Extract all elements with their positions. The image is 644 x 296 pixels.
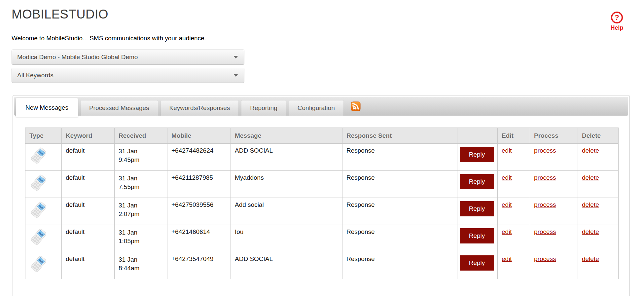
mobile-cell: +64211287985 <box>167 171 231 198</box>
process-cell: process <box>530 225 578 252</box>
table-header-row: Type Keyword Received Mobile Message Res… <box>25 128 619 144</box>
received-cell: 31 Jan 8:44am <box>115 252 167 279</box>
tab-keywords-responses[interactable]: Keywords/Responses <box>161 100 239 116</box>
delete-cell: delete <box>578 198 619 225</box>
reply-button[interactable]: Reply <box>460 201 494 216</box>
reply-button[interactable]: Reply <box>460 228 494 243</box>
edit-link[interactable]: edit <box>502 147 512 154</box>
response-sent-cell: Response <box>342 225 457 252</box>
edit-link[interactable]: edit <box>502 174 512 181</box>
process-link[interactable]: process <box>534 174 556 181</box>
response-sent-cell: Response <box>342 171 457 198</box>
response-sent-cell: Response <box>342 252 457 279</box>
table-row: SMS default 31 Jan 8:44am +64273547049 A… <box>25 252 619 279</box>
delete-link[interactable]: delete <box>582 255 599 262</box>
edit-link[interactable]: edit <box>502 201 512 208</box>
received-date: 31 Jan <box>119 201 163 210</box>
sms-phone-icon: SMS <box>28 200 49 220</box>
edit-link[interactable]: edit <box>502 255 512 262</box>
messages-panel: New Messages Processed Messages Keywords… <box>13 95 630 296</box>
delete-cell: delete <box>578 225 619 252</box>
keyword-cell: default <box>62 225 115 252</box>
tab-reporting[interactable]: Reporting <box>241 100 286 116</box>
delete-link[interactable]: delete <box>582 174 599 181</box>
message-cell: ADD SOCIAL <box>231 144 342 171</box>
delete-link[interactable]: delete <box>582 201 599 208</box>
message-cell: Myaddons <box>231 171 342 198</box>
received-cell: 31 Jan 1:05pm <box>115 225 167 252</box>
edit-cell: edit <box>498 171 530 198</box>
mobile-cell: +6421460614 <box>167 225 231 252</box>
received-date: 31 Jan <box>119 147 163 156</box>
keyword-dropdown[interactable]: All Keywords <box>12 68 244 83</box>
header-edit: Edit <box>498 128 530 144</box>
mobile-cell: +64274482624 <box>167 144 231 171</box>
sms-phone-icon: SMS <box>28 146 49 166</box>
keyword-cell: default <box>62 171 115 198</box>
edit-cell: edit <box>498 198 530 225</box>
reply-cell: Reply <box>457 171 498 198</box>
delete-cell: delete <box>578 171 619 198</box>
process-link[interactable]: process <box>534 228 556 235</box>
received-date: 31 Jan <box>119 228 163 237</box>
help-button[interactable]: ? Help <box>608 12 626 31</box>
response-sent-cell: Response <box>342 198 457 225</box>
header-response-sent: Response Sent <box>342 128 457 144</box>
edit-link[interactable]: edit <box>502 228 512 235</box>
welcome-text: Welcome to MobileStudio... SMS communica… <box>12 35 206 42</box>
tab-new-messages[interactable]: New Messages <box>16 98 78 117</box>
response-sent-cell: Response <box>342 144 457 171</box>
reply-cell: Reply <box>457 252 498 279</box>
process-cell: process <box>530 252 578 279</box>
type-cell: SMS <box>25 171 62 198</box>
message-cell: Iou <box>231 225 342 252</box>
reply-cell: Reply <box>457 198 498 225</box>
header-received: Received <box>115 128 167 144</box>
type-cell: SMS <box>25 144 62 171</box>
reply-button[interactable]: Reply <box>460 255 494 271</box>
header-delete: Delete <box>578 128 619 144</box>
received-date: 31 Jan <box>119 174 163 183</box>
chevron-down-icon <box>233 74 238 77</box>
delete-link[interactable]: delete <box>582 147 599 154</box>
keyword-dropdown-value: All Keywords <box>17 72 54 79</box>
sms-phone-icon: SMS <box>28 254 49 275</box>
table-row: SMS default 31 Jan 1:05pm +6421460614 Io… <box>25 225 619 252</box>
sms-phone-icon: SMS <box>28 173 49 193</box>
process-cell: process <box>530 144 578 171</box>
reply-button[interactable]: Reply <box>460 147 494 162</box>
account-dropdown-value: Modica Demo - Mobile Studio Global Demo <box>17 54 138 61</box>
received-cell: 31 Jan 9:45pm <box>115 144 167 171</box>
help-question-icon[interactable]: ? <box>611 12 623 23</box>
delete-cell: delete <box>578 144 619 171</box>
edit-cell: edit <box>498 144 530 171</box>
reply-cell: Reply <box>457 144 498 171</box>
reply-button[interactable]: Reply <box>460 174 494 189</box>
tab-bar: New Messages Processed Messages Keywords… <box>14 97 628 116</box>
edit-cell: edit <box>498 252 530 279</box>
rss-icon[interactable] <box>351 101 361 111</box>
messages-table: Type Keyword Received Mobile Message Res… <box>25 128 619 279</box>
process-link[interactable]: process <box>534 147 556 154</box>
received-date: 31 Jan <box>119 255 163 264</box>
type-cell: SMS <box>25 225 62 252</box>
process-cell: process <box>530 198 578 225</box>
help-label: Help <box>608 24 626 31</box>
process-link[interactable]: process <box>534 255 556 262</box>
header-type: Type <box>25 128 62 144</box>
tab-configuration[interactable]: Configuration <box>289 100 344 116</box>
process-cell: process <box>530 171 578 198</box>
tab-processed-messages[interactable]: Processed Messages <box>80 100 158 116</box>
table-row: SMS default 31 Jan 7:55pm +64211287985 M… <box>25 171 619 198</box>
process-link[interactable]: process <box>534 201 556 208</box>
received-time: 1:05pm <box>119 237 163 245</box>
received-time: 8:44am <box>119 264 163 273</box>
account-dropdown[interactable]: Modica Demo - Mobile Studio Global Demo <box>12 50 244 65</box>
received-time: 9:45pm <box>119 156 163 164</box>
delete-link[interactable]: delete <box>582 228 599 235</box>
message-cell: Add social <box>231 198 342 225</box>
edit-cell: edit <box>498 225 530 252</box>
table-row: SMS default 31 Jan 2:07pm +64275039556 A… <box>25 198 619 225</box>
type-cell: SMS <box>25 252 62 279</box>
sms-phone-icon: SMS <box>28 227 49 247</box>
